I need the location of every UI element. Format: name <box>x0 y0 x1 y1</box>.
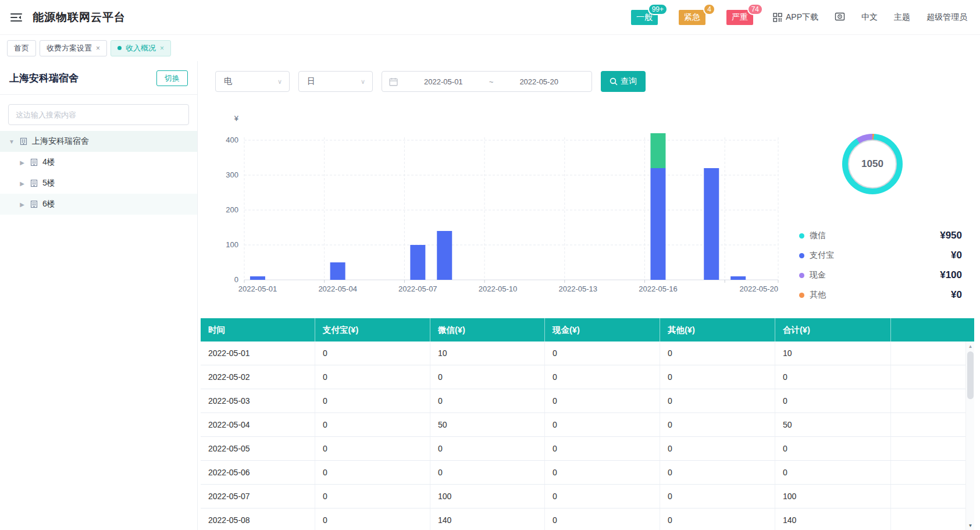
table-cell: 0 <box>430 437 545 460</box>
tab-label: 首页 <box>14 43 29 54</box>
table-cell: 50 <box>430 413 545 436</box>
date-end: 2022-05-20 <box>493 77 585 86</box>
period-select[interactable]: 日∨ <box>298 71 373 92</box>
x-axis-tick-label: 2022-05-07 <box>398 284 437 293</box>
tab-home[interactable]: 首页 <box>7 40 36 56</box>
table-cell: 2022-05-04 <box>201 413 315 436</box>
y-axis-tick-label: 300 <box>226 170 238 179</box>
legend-dot <box>799 233 804 239</box>
collapse-menu-icon[interactable] <box>9 12 23 23</box>
sidebar: 上海安科瑞宿舍 切换 ▼上海安科瑞宿舍▶4楼▶5楼▶6楼 <box>0 61 198 530</box>
y-axis-tick-label: 400 <box>226 136 238 144</box>
table-cell: 0 <box>430 389 545 412</box>
building-tree: ▼上海安科瑞宿舍▶4楼▶5楼▶6楼 <box>0 131 197 215</box>
query-button[interactable]: 查询 <box>601 71 646 92</box>
legend-value: ¥950 <box>940 230 962 241</box>
tab-page[interactable]: 收入概况× <box>111 40 171 56</box>
tab-close-icon[interactable]: × <box>96 44 100 52</box>
caret-right-icon[interactable]: ▶ <box>19 180 26 187</box>
table-cell: 0 <box>660 485 775 508</box>
legend-item[interactable]: 现金¥100 <box>799 265 962 285</box>
alarm-count-badge: 99+ <box>648 3 668 15</box>
table-cell: 100 <box>775 485 891 508</box>
calendar-icon <box>389 77 398 86</box>
legend-item[interactable]: 支付宝¥0 <box>799 246 962 265</box>
tab-page[interactable]: 收费方案设置× <box>40 40 107 56</box>
app-title: 能源物联网云平台 <box>33 10 126 25</box>
bar-segment[interactable] <box>650 133 665 168</box>
scroll-thumb[interactable] <box>967 351 974 399</box>
table-cell: 0 <box>660 413 775 436</box>
alarm-badge[interactable]: 一般99+ <box>631 10 658 25</box>
table-cell: 0 <box>545 508 660 530</box>
alarm-badge[interactable]: 严重74 <box>726 10 753 25</box>
y-axis-tick-label: 0 <box>234 275 238 284</box>
caret-right-icon[interactable]: ▶ <box>19 159 26 166</box>
tree-node[interactable]: ▶6楼 <box>0 194 197 215</box>
table-cell: 0 <box>430 461 545 484</box>
table-cell: 10 <box>430 342 545 365</box>
scroll-down-button[interactable]: ▼ <box>966 521 974 530</box>
table-cell <box>891 461 965 484</box>
qr-code-icon <box>773 13 782 22</box>
tab-close-icon[interactable]: × <box>160 44 164 52</box>
caret-down-icon[interactable]: ▼ <box>8 138 15 145</box>
x-axis-tick-label: 2022-05-01 <box>238 284 277 293</box>
energy-type-select[interactable]: 电∨ <box>215 71 290 92</box>
tree-search-input[interactable] <box>8 104 189 125</box>
table-cell: 0 <box>545 461 660 484</box>
filter-bar: 电∨ 日∨ 2022-05-01 ~ 2022-05-20 查询 <box>215 71 646 92</box>
tree-node-label: 4楼 <box>42 157 55 168</box>
table-cell: 0 <box>315 389 430 412</box>
legend-value: ¥0 <box>951 289 962 301</box>
legend-item[interactable]: 其他¥0 <box>799 285 962 305</box>
chevron-down-icon: ∨ <box>277 78 282 86</box>
x-axis-tick-label: 2022-05-10 <box>479 284 518 293</box>
tab-label: 收费方案设置 <box>47 43 92 54</box>
bar-segment[interactable] <box>437 231 452 280</box>
bar-segment[interactable] <box>704 168 719 280</box>
switch-building-button[interactable]: 切换 <box>156 70 188 86</box>
bar-segment[interactable] <box>410 245 425 280</box>
active-tab-dot <box>117 46 122 50</box>
legend-item[interactable]: 微信¥950 <box>799 226 962 246</box>
date-tilde: ~ <box>489 77 494 86</box>
date-range-picker[interactable]: 2022-05-01 ~ 2022-05-20 <box>382 71 592 92</box>
bar-segment[interactable] <box>730 276 746 280</box>
bar-segment[interactable] <box>250 276 265 280</box>
app-window: 能源物联网云平台 一般99+紧急4严重74 APP下载 中文 主题 超级管理员 … <box>0 0 980 530</box>
chevron-down-icon: ∨ <box>361 78 365 86</box>
app-download-button[interactable]: APP下载 <box>773 12 818 23</box>
x-axis-tick-label: 2022-05-13 <box>559 284 598 293</box>
table-cell <box>891 508 965 530</box>
table-cell: 2022-05-08 <box>201 508 315 530</box>
tree-node[interactable]: ▶5楼 <box>0 173 197 194</box>
table-cell: 0 <box>315 342 430 365</box>
tree-node[interactable]: ▼上海安科瑞宿舍 <box>0 131 197 152</box>
scroll-up-button[interactable]: ▲ <box>966 342 974 351</box>
table-scrollbar[interactable]: ▲ ▼ <box>965 342 974 530</box>
bar-segment[interactable] <box>650 168 665 280</box>
user-menu[interactable]: 超级管理员 <box>926 12 967 23</box>
alarm-badge[interactable]: 紧急4 <box>679 10 705 25</box>
bar-segment[interactable] <box>330 262 345 280</box>
caret-right-icon[interactable]: ▶ <box>19 201 26 208</box>
building-icon <box>30 179 38 187</box>
table-cell: 2022-05-05 <box>201 437 315 460</box>
building-icon <box>30 158 38 166</box>
table-cell: 0 <box>545 413 660 436</box>
theme-button[interactable]: 主题 <box>894 12 910 23</box>
table-header-cell: 其他(¥) <box>660 318 775 342</box>
tree-node-label: 6楼 <box>42 199 55 209</box>
language-button[interactable]: 中文 <box>861 12 878 23</box>
monitor-icon[interactable] <box>835 12 845 22</box>
tab-label: 收入概况 <box>126 43 156 54</box>
table-cell: 0 <box>545 389 660 412</box>
table-cell: 2022-05-01 <box>201 342 315 365</box>
building-icon <box>20 137 27 145</box>
y-axis-tick-label: 100 <box>226 240 238 249</box>
table-cell: 2022-05-03 <box>201 389 315 412</box>
tree-node[interactable]: ▶4楼 <box>0 152 197 173</box>
revenue-bar-chart: 0100200300400¥2022-05-012022-05-042022-0… <box>202 104 790 299</box>
x-axis-tick-label: 2022-05-04 <box>318 284 357 293</box>
